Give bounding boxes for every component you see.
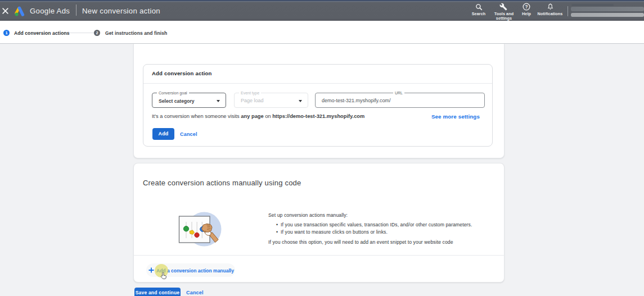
svg-text:?: ?	[525, 4, 528, 10]
